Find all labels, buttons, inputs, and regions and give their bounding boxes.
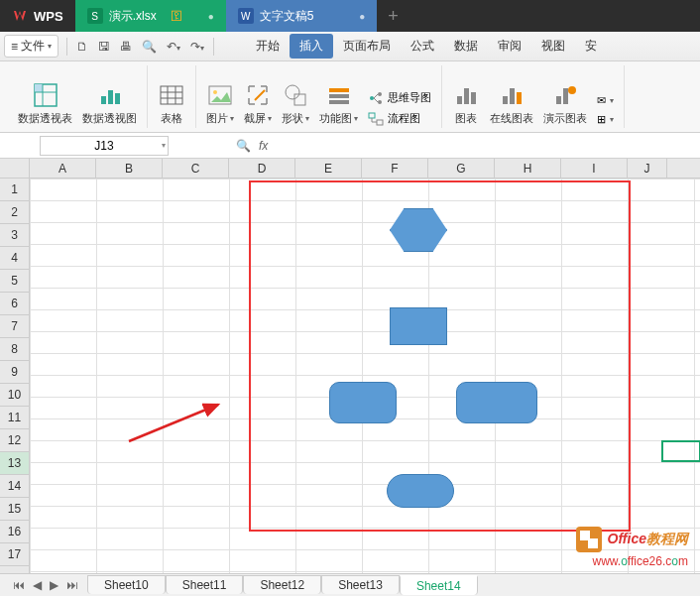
svg-rect-27 [464, 88, 469, 104]
row-header[interactable]: 13 [0, 452, 29, 475]
ribbon-tab-formula[interactable]: 公式 [401, 34, 444, 59]
demo-chart-icon [551, 81, 579, 109]
chart-button[interactable]: 图表 [448, 79, 484, 128]
chevron-down-icon[interactable]: ▾ [162, 141, 166, 150]
row-header[interactable]: 2 [0, 201, 29, 224]
spreadsheet-grid[interactable]: A B C D E F G H I J 1 2 3 4 5 6 7 8 9 10… [0, 159, 700, 573]
select-all-corner[interactable] [0, 159, 30, 178]
qat-preview-icon[interactable]: 🔍 [137, 37, 162, 57]
col-header[interactable]: D [229, 159, 295, 178]
row-header[interactable]: 11 [0, 407, 29, 429]
document-tab-2[interactable]: W 文字文稿5 ● [226, 0, 378, 32]
cells-area[interactable] [30, 179, 700, 573]
row-header[interactable]: 17 [0, 543, 29, 566]
sheet-nav-first-icon[interactable]: ⏮ [10, 578, 28, 592]
ribbon-tab-review[interactable]: 审阅 [488, 34, 531, 59]
flowchart-button[interactable]: 流程图 [364, 109, 435, 128]
shapes-button[interactable]: 形状▾ [278, 79, 313, 128]
name-box[interactable]: J13 ▾ [40, 136, 169, 156]
online-chart-button[interactable]: 在线图表 [486, 79, 537, 128]
svg-rect-26 [457, 96, 462, 104]
shape-rectangle[interactable] [390, 307, 447, 345]
smartart-button[interactable]: 功能图▾ [315, 79, 362, 128]
sheet-nav-last-icon[interactable]: ⏭ [63, 578, 81, 592]
row-header[interactable]: 4 [0, 247, 29, 270]
file-label: 文件 [21, 38, 45, 55]
svg-rect-7 [161, 86, 182, 104]
ribbon-tab-more[interactable]: 安 [575, 34, 607, 59]
ribbon-tab-layout[interactable]: 页面布局 [333, 34, 401, 59]
shape-pill[interactable] [387, 474, 454, 508]
row-header[interactable]: 16 [0, 521, 29, 543]
app-menu-button[interactable]: ≡ 文件 ▾ [4, 35, 58, 58]
row-header[interactable]: 15 [0, 498, 29, 521]
chevron-down-icon: ▾ [354, 114, 358, 123]
row-header[interactable]: 14 [0, 475, 29, 498]
sheet-tab[interactable]: Sheet10 [87, 575, 166, 594]
table-button[interactable]: 表格 [154, 79, 189, 128]
more-chart-1[interactable]: ✉▾ [593, 92, 618, 109]
ribbon-tab-start[interactable]: 开始 [246, 34, 290, 59]
sheet-nav: ⏮ ◀ ▶ ⏭ [4, 578, 87, 592]
pivot-table-button[interactable]: 数据透视表 [14, 79, 76, 128]
new-tab-button[interactable]: + [377, 6, 408, 27]
demo-chart-button[interactable]: 演示图表 [539, 79, 591, 128]
col-header[interactable]: J [628, 159, 667, 178]
pivot-chart-button[interactable]: 数据透视图 [78, 79, 141, 128]
mindmap-button[interactable]: 思维导图 [364, 88, 435, 107]
col-header[interactable]: A [30, 159, 96, 178]
ribbon-tab-insert[interactable]: 插入 [290, 34, 333, 59]
row-header[interactable]: 5 [0, 270, 29, 293]
chart-icon [452, 81, 480, 109]
row-header[interactable]: 3 [0, 224, 29, 247]
row-header[interactable]: 8 [0, 338, 29, 361]
shape-rounded-rect-left[interactable] [329, 382, 397, 423]
qat-redo-icon[interactable]: ↷▾ [185, 37, 209, 57]
screenshot-button[interactable]: 截屏▾ [240, 79, 276, 128]
more-chart-2[interactable]: ⊞▾ [593, 111, 618, 128]
envelope-icon: ✉ [597, 94, 606, 107]
fx-icon[interactable]: fx [259, 139, 268, 153]
close-icon[interactable]: ● [359, 11, 365, 22]
sheet-tab[interactable]: Sheet11 [166, 575, 244, 594]
sheet-tab[interactable]: Sheet13 [321, 575, 400, 594]
ribbon-tab-view[interactable]: 视图 [531, 34, 575, 59]
row-header[interactable]: 12 [0, 429, 29, 452]
wps-logo[interactable]: WPS [0, 8, 75, 24]
col-header[interactable]: B [96, 159, 163, 178]
col-header[interactable]: F [362, 159, 428, 178]
sheet-tab[interactable]: Sheet12 [243, 575, 321, 594]
col-header[interactable]: I [561, 159, 628, 178]
sheet-nav-next-icon[interactable]: ▶ [47, 578, 61, 592]
ribbon: 数据透视表 数据透视图 表格 图片▾ 截屏▾ 形状▾ 功能图▾ [0, 61, 700, 133]
col-header[interactable]: G [428, 159, 495, 178]
app-name: WPS [34, 9, 63, 24]
smartart-icon [325, 81, 353, 109]
ribbon-tab-data[interactable]: 数据 [444, 34, 488, 59]
row-header[interactable]: 1 [0, 179, 29, 201]
picture-button[interactable]: 图片▾ [202, 79, 238, 128]
label: 图片▾ [206, 111, 234, 126]
close-icon[interactable]: ● [208, 11, 214, 22]
col-header[interactable]: H [495, 159, 561, 178]
sheet-tab-active[interactable]: Sheet14 [400, 575, 478, 595]
col-header[interactable]: C [163, 159, 229, 178]
grid-icon: ⊞ [597, 113, 606, 126]
shape-rounded-rect-right[interactable] [456, 382, 537, 423]
svg-rect-33 [563, 88, 568, 104]
sheet-nav-prev-icon[interactable]: ◀ [30, 578, 45, 592]
row-header[interactable]: 6 [0, 293, 29, 315]
row-header[interactable]: 9 [0, 361, 29, 384]
qat-new-icon[interactable]: 🗋 [71, 37, 93, 57]
document-tab-1[interactable]: S 演示.xlsx ⚿ ● [75, 0, 226, 32]
qat-undo-icon[interactable]: ↶▾ [162, 37, 185, 57]
cell-reference: J13 [94, 139, 113, 153]
col-header[interactable]: E [295, 159, 362, 178]
qat-print-icon[interactable]: 🖶 [115, 37, 137, 57]
shape-hexagon[interactable] [390, 208, 447, 252]
qat-save-icon[interactable]: 🖫 [93, 37, 115, 57]
svg-rect-18 [329, 100, 349, 104]
row-header[interactable]: 7 [0, 315, 29, 338]
search-icon[interactable]: 🔍 [236, 139, 251, 153]
row-header[interactable]: 10 [0, 384, 29, 407]
